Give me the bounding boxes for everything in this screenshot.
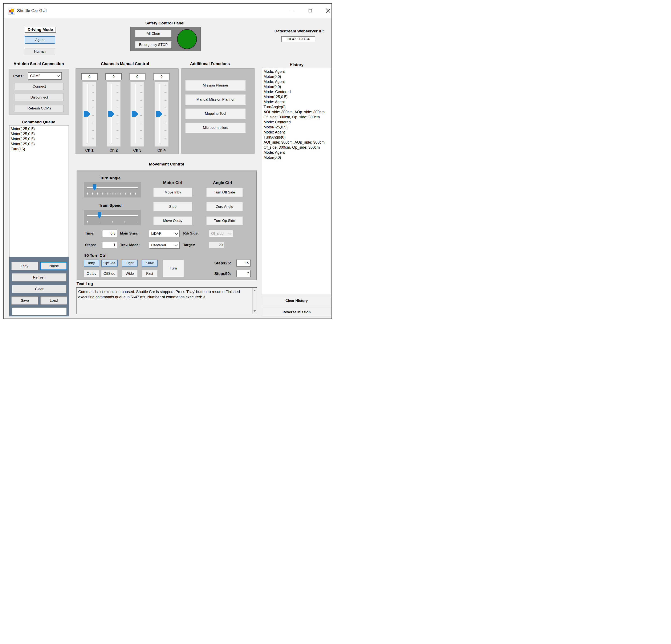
command-queue-title: Command Queue bbox=[7, 120, 70, 124]
text-log-box[interactable]: Commands list execution paused. Shuttle … bbox=[76, 287, 257, 314]
webserver-ip-field[interactable] bbox=[281, 36, 315, 42]
scroll-down-icon[interactable] bbox=[253, 310, 256, 312]
list-item[interactable]: Mode: Agent bbox=[264, 130, 331, 135]
list-item[interactable]: Mode: Agent bbox=[264, 99, 331, 104]
clear-history-button[interactable]: Clear History bbox=[262, 297, 331, 305]
move-outby-button[interactable]: Move Outby bbox=[153, 216, 192, 225]
slider-thumb[interactable] bbox=[108, 111, 115, 117]
list-item[interactable]: Mode: Agent bbox=[264, 69, 331, 74]
disconnect-button[interactable]: Disconnect bbox=[15, 94, 64, 101]
app-icon bbox=[8, 8, 15, 14]
rib-side-select[interactable]: Of_side bbox=[209, 230, 233, 237]
slider-thumb[interactable] bbox=[98, 212, 101, 219]
list-item[interactable]: TurnAngle(0) bbox=[264, 135, 331, 140]
mapping-tool-button[interactable]: Mapping Tool bbox=[185, 109, 246, 119]
clear-button[interactable]: Clear bbox=[12, 285, 66, 293]
channel-1-slider[interactable] bbox=[83, 82, 96, 147]
steps-field[interactable] bbox=[102, 242, 117, 248]
channel-3-value[interactable] bbox=[129, 73, 145, 80]
reverse-mission-button[interactable]: Reverse Mission bbox=[262, 308, 331, 317]
play-button[interactable]: Play bbox=[11, 262, 38, 270]
tight-button[interactable]: Tight bbox=[122, 260, 138, 267]
list-item[interactable]: Mode: Centered bbox=[264, 89, 331, 94]
turn-button[interactable]: Turn bbox=[163, 260, 184, 277]
list-item[interactable]: Motor(-25,0.5) bbox=[11, 126, 68, 131]
angle-ctrl-label: Angle Ctrl bbox=[204, 181, 241, 185]
list-item[interactable]: AOf_side: 300cm, AOp_side: 300cm bbox=[264, 110, 331, 114]
list-item[interactable]: Motor(-25,0.5) bbox=[264, 125, 331, 130]
pause-button[interactable]: Pause bbox=[40, 262, 67, 270]
move-inby-button[interactable]: Move Inby bbox=[153, 188, 192, 197]
microcontrollers-button[interactable]: Microcontrollers bbox=[185, 123, 246, 133]
outby-button[interactable]: Outby bbox=[84, 270, 99, 277]
list-item[interactable]: Motor(0,0) bbox=[264, 84, 331, 89]
text-log-scrollbar[interactable] bbox=[252, 288, 257, 314]
slider-ticks bbox=[116, 85, 118, 144]
title-bar[interactable]: Shuttle Car GUI bbox=[3, 3, 331, 18]
channel-4-slider[interactable] bbox=[155, 82, 168, 147]
main-snsr-select[interactable]: LiDAR bbox=[149, 230, 180, 237]
list-item[interactable]: Motor(-25,0.5) bbox=[11, 136, 68, 141]
manual-mission-planner-button[interactable]: Manual Mission Planner bbox=[185, 94, 246, 105]
steps50-field[interactable] bbox=[237, 270, 251, 277]
time-field[interactable] bbox=[102, 230, 117, 237]
ports-select[interactable]: COM5 bbox=[28, 72, 62, 79]
list-item[interactable]: Motor(-25,0.5) bbox=[264, 94, 331, 99]
history-list[interactable]: Mode: Agent Motor(0,0) Mode: Agent Motor… bbox=[262, 68, 331, 294]
list-item[interactable]: Of_side: 300cm, Op_side: 300cm bbox=[264, 114, 331, 120]
maximize-button[interactable] bbox=[307, 8, 314, 14]
turn-off-side-button[interactable]: Turn Off Side bbox=[206, 188, 243, 197]
offside-button[interactable]: OffSide bbox=[101, 270, 117, 277]
agent-mode-button[interactable]: Agent bbox=[25, 36, 55, 44]
list-item[interactable]: Motor(-25,0.5) bbox=[11, 141, 68, 147]
list-item[interactable]: AOf_side: 300cm, AOp_side: 300cm bbox=[264, 140, 331, 145]
trav-mode-select[interactable]: Centered bbox=[149, 242, 180, 249]
command-input[interactable] bbox=[12, 308, 66, 315]
channel-3-slider[interactable] bbox=[130, 82, 144, 147]
list-item[interactable]: Mode: Agent bbox=[264, 150, 331, 155]
slider-thumb[interactable] bbox=[84, 111, 90, 117]
refresh-button[interactable]: Refresh bbox=[12, 273, 66, 282]
slider-thumb[interactable] bbox=[93, 184, 96, 190]
inby-button[interactable]: Inby bbox=[84, 260, 99, 267]
human-mode-button[interactable]: Human bbox=[25, 48, 55, 55]
stop-button[interactable]: Stop bbox=[153, 202, 192, 211]
close-button[interactable] bbox=[325, 8, 332, 14]
turn-op-side-button[interactable]: Turn Op Side bbox=[206, 216, 243, 225]
mission-planner-button[interactable]: Mission Planner bbox=[185, 80, 246, 91]
list-item[interactable]: Of_side: 300cm, Op_side: 300cm bbox=[264, 145, 331, 150]
list-item[interactable]: TurnAngle(0) bbox=[264, 104, 331, 110]
list-item[interactable]: Motor(0,0) bbox=[264, 74, 331, 79]
slider-track[interactable] bbox=[87, 215, 138, 216]
minimize-button[interactable] bbox=[288, 8, 295, 14]
channel-2-value[interactable] bbox=[105, 73, 122, 80]
save-button[interactable]: Save bbox=[11, 296, 38, 305]
connect-button[interactable]: Connect bbox=[15, 83, 64, 90]
list-item[interactable]: Mode: Agent bbox=[264, 79, 331, 84]
slider-thumb[interactable] bbox=[156, 111, 163, 117]
opside-button[interactable]: OpSide bbox=[101, 260, 117, 267]
all-clear-button[interactable]: All Clear bbox=[135, 30, 172, 37]
slider-thumb[interactable] bbox=[132, 111, 138, 117]
channel-4-value[interactable] bbox=[153, 73, 170, 80]
list-item[interactable]: Motor(-25,0.5) bbox=[11, 131, 68, 136]
channel-1-value[interactable] bbox=[81, 73, 98, 80]
command-queue-list[interactable]: Motor(-25,0.5) Motor(-25,0.5) Motor(-25,… bbox=[9, 125, 69, 257]
tram-speed-slider[interactable] bbox=[84, 210, 141, 225]
list-item[interactable]: Motor(0,0) bbox=[264, 155, 331, 160]
turn-angle-slider[interactable] bbox=[84, 182, 141, 197]
refresh-coms-button[interactable]: Refresh COMs bbox=[15, 105, 64, 112]
list-item[interactable]: Turn(15) bbox=[11, 147, 68, 151]
scroll-up-icon[interactable] bbox=[253, 290, 256, 292]
steps25-field[interactable] bbox=[237, 260, 251, 267]
target-field[interactable] bbox=[209, 242, 224, 248]
trav-mode-value: Centered bbox=[151, 243, 166, 247]
channel-2-slider[interactable] bbox=[107, 82, 121, 147]
fast-button[interactable]: Fast bbox=[142, 270, 157, 277]
slow-button[interactable]: Slow bbox=[142, 260, 157, 267]
list-item[interactable]: Mode: Centered bbox=[264, 120, 331, 125]
load-button[interactable]: Load bbox=[40, 296, 67, 305]
wide-button[interactable]: Wide bbox=[122, 270, 138, 277]
emergency-stop-button[interactable]: Emergency STOP bbox=[135, 41, 172, 48]
zero-angle-button[interactable]: Zero Angle bbox=[206, 202, 243, 211]
